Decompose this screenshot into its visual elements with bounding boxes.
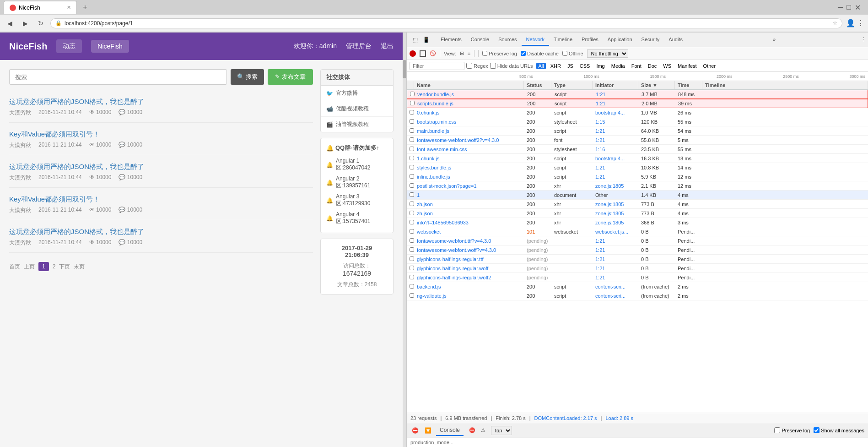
- filter-font[interactable]: Font: [630, 63, 643, 69]
- nav-item-nicefish[interactable]: NiceFish: [91, 40, 129, 53]
- network-row-styles[interactable]: styles.bundle.js 200 script 1:21 10.8 KB…: [407, 163, 868, 172]
- top-context-select[interactable]: top: [491, 426, 512, 435]
- last-page-btn[interactable]: 末页: [74, 263, 85, 271]
- post-title[interactable]: 这玩意必须用严格的JSON格式，我也是醉了: [9, 98, 313, 106]
- row-checkbox[interactable]: [410, 275, 414, 279]
- new-tab-button[interactable]: +: [79, 1, 92, 14]
- header-timeline[interactable]: Timeline: [702, 81, 868, 89]
- tab-elements[interactable]: Elements: [436, 34, 466, 46]
- row-checkbox[interactable]: [410, 165, 414, 169]
- console-tab[interactable]: Console: [436, 425, 464, 436]
- network-row-inline[interactable]: inline.bundle.js 200 script 1:21 5.9 KB …: [407, 172, 868, 181]
- console-filter-icon[interactable]: 🔽: [423, 426, 432, 435]
- filter-ws[interactable]: WS: [661, 63, 673, 69]
- address-bar[interactable]: 🔒 localhost:4200/posts/page/1 ☆: [50, 18, 842, 28]
- row-checkbox[interactable]: [410, 247, 414, 252]
- tab-timeline[interactable]: Timeline: [549, 34, 577, 46]
- post-title[interactable]: 这玩意必须用严格的JSON格式，我也是醉了: [9, 228, 313, 236]
- network-row-zh2[interactable]: zh.json 200 xhr zone.js:1805 773 B 4 ms: [407, 209, 868, 218]
- filter-input[interactable]: [410, 62, 464, 70]
- post-title[interactable]: Key和Value都必须用双引号！: [9, 130, 313, 139]
- devtools-mobile-icon[interactable]: 📱: [421, 35, 431, 44]
- preserve-log-input[interactable]: [482, 51, 487, 56]
- tab-profiles[interactable]: Profiles: [577, 34, 603, 46]
- minimize-button[interactable]: ─: [838, 3, 843, 11]
- header-name[interactable]: Name: [414, 81, 524, 89]
- filter-manifest[interactable]: Manifest: [676, 63, 699, 69]
- console-warning-filter[interactable]: ⚠: [479, 426, 487, 434]
- filter-img[interactable]: Img: [594, 63, 606, 69]
- search-input[interactable]: [9, 69, 227, 85]
- network-row-backend[interactable]: backend.js 200 script content-scri... (f…: [407, 282, 868, 291]
- sidebar-youtube[interactable]: 🎬 油管视频教程: [321, 117, 393, 132]
- maximize-button[interactable]: □: [846, 3, 851, 11]
- filter-css[interactable]: CSS: [578, 63, 592, 69]
- network-row-fa-woff[interactable]: fontawesome-webfont.woff?v=4.3.0 (pendin…: [407, 245, 868, 255]
- header-time[interactable]: Time: [675, 81, 702, 89]
- network-row-websocket[interactable]: websocket 101 websocket websocket.js... …: [407, 227, 868, 236]
- row-checkbox[interactable]: [410, 229, 414, 234]
- row-checkbox[interactable]: [410, 284, 414, 289]
- row-checkbox[interactable]: [410, 128, 414, 133]
- network-row-doc[interactable]: 1 200 document Other 1.4 KB 4 ms: [407, 191, 868, 200]
- network-row-glyphicons-woff[interactable]: glyphicons-halflings-regular.woff (pendi…: [407, 264, 868, 273]
- header-initiator[interactable]: Initiator: [593, 81, 638, 89]
- current-page[interactable]: 1: [38, 262, 49, 271]
- menu-icon[interactable]: ⋮: [857, 19, 864, 27]
- user-icon[interactable]: 👤: [846, 19, 855, 27]
- filter-js[interactable]: JS: [566, 63, 575, 69]
- console-error-filter[interactable]: ⛔: [467, 426, 477, 434]
- header-type[interactable]: Type: [551, 81, 593, 89]
- regex-checkbox[interactable]: [466, 63, 472, 69]
- network-table[interactable]: Name Status Type Initiator Size ▼ Time T…: [407, 81, 868, 413]
- page-2[interactable]: 2: [53, 263, 56, 270]
- page-scrollbar[interactable]: [403, 33, 406, 447]
- tab-console[interactable]: Console: [466, 34, 494, 46]
- row-checkbox[interactable]: [410, 119, 414, 124]
- hide-data-checkbox[interactable]: [490, 63, 496, 69]
- post-title[interactable]: Key和Value都必须用双引号！: [9, 195, 313, 204]
- row-checkbox[interactable]: [410, 147, 414, 151]
- back-button[interactable]: ◀: [4, 17, 16, 29]
- tab-close-button[interactable]: ✕: [67, 5, 71, 11]
- network-row-glyphicons-woff2[interactable]: glyphicons-halflings-regular.woff2 (pend…: [407, 273, 868, 282]
- network-row-chunk1[interactable]: 1.chunk.js 200 script bootstrap 4... 16.…: [407, 154, 868, 163]
- forward-button[interactable]: ▶: [19, 17, 31, 29]
- row-checkbox[interactable]: [410, 293, 414, 298]
- offline-checkbox[interactable]: Offline: [562, 51, 583, 56]
- preserve-log-console[interactable]: Preserve log: [774, 427, 810, 433]
- preserve-log-console-input[interactable]: [774, 427, 780, 433]
- header-size[interactable]: Size ▼: [638, 81, 675, 89]
- row-checkbox[interactable]: [410, 101, 415, 105]
- row-checkbox[interactable]: [410, 220, 414, 224]
- search-button[interactable]: 🔍 搜索: [231, 69, 264, 85]
- network-row-scripts[interactable]: scripts.bundle.js 200 script 1:21 2.0 MB…: [407, 99, 868, 108]
- row-checkbox[interactable]: [410, 192, 414, 197]
- view-grid-button[interactable]: ⊞: [460, 50, 464, 56]
- post-button[interactable]: ✎ 发布文章: [268, 69, 313, 85]
- row-checkbox[interactable]: [410, 92, 415, 96]
- row-checkbox[interactable]: [410, 156, 414, 160]
- network-row-bootstrap-css[interactable]: bootstrap.min.css 200 stylesheet 1:15 12…: [407, 117, 868, 126]
- show-messages-checkbox[interactable]: Show all messages: [814, 427, 864, 433]
- row-checkbox[interactable]: [410, 266, 414, 270]
- filter-xhr[interactable]: XHR: [549, 63, 563, 69]
- next-page-btn[interactable]: 下页: [59, 263, 70, 271]
- row-checkbox[interactable]: [410, 137, 414, 142]
- view-list-button[interactable]: ≡: [468, 51, 470, 56]
- tab-sources[interactable]: Sources: [494, 34, 521, 46]
- tab-security[interactable]: Security: [637, 34, 664, 46]
- show-messages-input[interactable]: [814, 427, 819, 433]
- offline-input[interactable]: [562, 51, 567, 56]
- row-checkbox[interactable]: [410, 256, 414, 261]
- row-checkbox[interactable]: [410, 174, 414, 179]
- bookmark-icon[interactable]: ☆: [833, 20, 837, 26]
- row-checkbox[interactable]: [410, 183, 414, 188]
- sidebar-youku[interactable]: 📹 优酷视频教程: [321, 101, 393, 117]
- network-row-info[interactable]: info?t=1485695036933 200 xhr zone.js:180…: [407, 218, 868, 227]
- close-button[interactable]: ✕: [855, 3, 861, 12]
- devtools-pointer-icon[interactable]: ⬚: [410, 35, 420, 44]
- prev-page-btn[interactable]: 上页: [24, 263, 35, 271]
- disable-cache-checkbox[interactable]: Disable cache: [521, 51, 559, 56]
- record-button[interactable]: [410, 50, 416, 57]
